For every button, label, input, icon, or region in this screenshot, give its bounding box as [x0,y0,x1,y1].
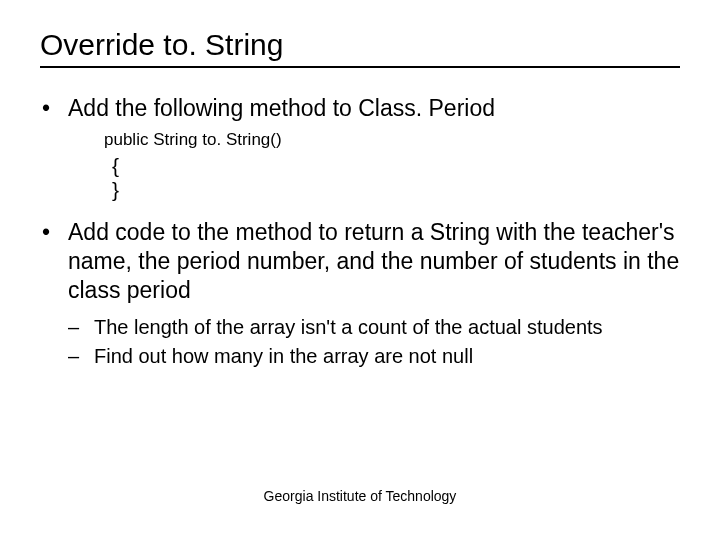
code-signature: public String to. String() [104,129,680,150]
bullet-item: Add the following method to Class. Perio… [40,94,680,202]
sub-bullet-item: Find out how many in the array are not n… [68,344,680,369]
code-brace-close: } [104,178,680,202]
slide-title: Override to. String [40,28,680,68]
bullet-text: Add code to the method to return a Strin… [68,219,679,303]
slide: Override to. String Add the following me… [0,0,720,540]
bullet-text: Add the following method to Class. Perio… [68,95,495,121]
sub-bullet-item: The length of the array isn't a count of… [68,315,680,340]
bullet-item: Add code to the method to return a Strin… [40,218,680,368]
footer-text: Georgia Institute of Technology [0,488,720,504]
code-brace-open: { [104,154,680,178]
bullet-list: Add the following method to Class. Perio… [40,94,680,369]
sub-bullet-list: The length of the array isn't a count of… [68,315,680,369]
code-block: public String to. String() { } [68,129,680,203]
